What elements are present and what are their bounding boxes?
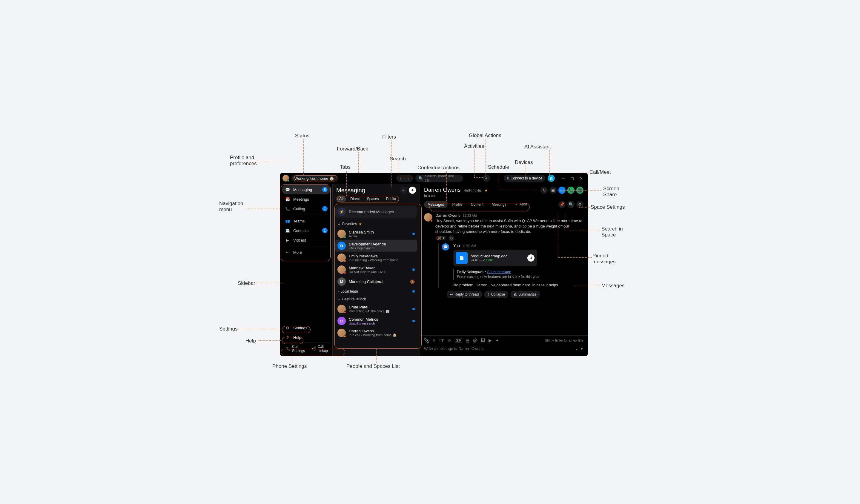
presence-indicator bbox=[287, 179, 289, 182]
profile-avatar[interactable] bbox=[283, 175, 289, 182]
nav-more[interactable]: ⋯More bbox=[282, 247, 331, 257]
compose-hint: Shift + Enter for a new line bbox=[545, 339, 584, 342]
help-item[interactable]: ?Help bbox=[282, 333, 331, 342]
summarize-button[interactable]: ◐ Summarize bbox=[511, 291, 540, 298]
chevron-down-icon: ⌄ bbox=[338, 222, 341, 226]
reaction[interactable]: 🎉1 bbox=[435, 236, 446, 240]
star-icon: ★ bbox=[359, 222, 362, 226]
pickup-icon: 📲 bbox=[312, 347, 316, 351]
avatar bbox=[338, 254, 346, 262]
message-list: Darren Owens11:23 AM Hey Sonali, would y… bbox=[420, 211, 588, 335]
refresh-icon: ↻ bbox=[543, 188, 546, 192]
tab-messages[interactable]: Messages bbox=[424, 201, 448, 208]
reply-thread-button[interactable]: ↩ Reply to thread bbox=[447, 291, 482, 298]
space-settings-button[interactable]: ⚙ bbox=[576, 201, 584, 208]
pinned-button[interactable]: 📌 bbox=[558, 201, 565, 208]
nav-meetings[interactable]: 📅Meetings bbox=[282, 195, 331, 204]
collapse-button[interactable]: ⤴ Collapse bbox=[484, 291, 508, 298]
message: Darren Owens11:23 AM Hey Sonali, would y… bbox=[424, 213, 584, 298]
global-add-button[interactable]: ＋ bbox=[483, 175, 490, 182]
cal-icon: 📅 bbox=[285, 197, 290, 202]
tab-profile[interactable]: Profile bbox=[449, 201, 466, 208]
format-icon[interactable]: Tᴛ bbox=[439, 338, 444, 343]
localteam-section[interactable]: ›Local team bbox=[335, 288, 417, 295]
favorite-star-icon[interactable]: ★ bbox=[484, 188, 488, 192]
audio-call-button[interactable]: 📞 bbox=[567, 187, 575, 194]
mention-icon[interactable]: @ bbox=[473, 338, 477, 343]
call-settings-button[interactable]: 📞Call Settings bbox=[284, 344, 307, 354]
space-item[interactable]: MMarketing Collateral🔕 bbox=[335, 276, 417, 288]
space-item[interactable]: CCommon MetricsUsability research bbox=[335, 315, 417, 327]
tab-meetings[interactable]: Meetings bbox=[488, 201, 510, 208]
file-icon: 📄 bbox=[456, 252, 468, 264]
gif-icon[interactable]: GIF bbox=[455, 339, 462, 343]
space-item[interactable]: Matthew BakerDo Not Disturb until 16:00 bbox=[335, 264, 417, 276]
goto-message-link[interactable]: Go to message bbox=[487, 270, 511, 274]
sticker-icon[interactable]: ▤ bbox=[465, 338, 470, 343]
list-tabs: AllDirectSpacesPublic bbox=[333, 196, 419, 204]
new-message-button[interactable]: ＋ bbox=[409, 187, 416, 194]
space-item[interactable]: Emily NakagawaIn a meeting • Working fro… bbox=[335, 252, 417, 264]
mute-icon: 🔕 bbox=[410, 279, 415, 284]
composer: 📎 ⎚ Tᴛ ☺ GIF ▤ @ 🖼 ▶ ✦ Shift + Enter for… bbox=[420, 335, 588, 356]
space-item[interactable]: Umar PatelPresenting • At the office 🏢 bbox=[335, 303, 417, 315]
chat-icon: 💬 bbox=[285, 188, 290, 192]
favorites-section[interactable]: ⌄Favorites★ bbox=[335, 220, 417, 228]
featurelaunch-section[interactable]: ⌄Feature launch bbox=[335, 295, 417, 303]
avatar bbox=[338, 265, 346, 274]
sender-avatar[interactable] bbox=[424, 213, 432, 221]
phone-gear-icon: 📞 bbox=[286, 347, 290, 351]
tab-spaces[interactable]: Spaces bbox=[364, 196, 382, 202]
devices-button[interactable]: ⎚ Connect to a device bbox=[504, 175, 545, 182]
nav-contacts[interactable]: 📇Contacts1 bbox=[282, 226, 331, 235]
conversation-status: In a call bbox=[424, 194, 584, 198]
schedule-button[interactable]: ↻ bbox=[541, 187, 548, 194]
search-in-space-button[interactable]: 🔍 bbox=[567, 201, 575, 208]
forward-button[interactable]: › bbox=[405, 175, 413, 182]
minimize-button[interactable]: ─ bbox=[559, 175, 567, 182]
space-item[interactable]: Darren OwensIn a call • Working from hom… bbox=[335, 327, 417, 339]
ai-assistant-button[interactable]: ◐ bbox=[548, 175, 555, 182]
nav-calling[interactable]: 📞Calling1 bbox=[282, 204, 331, 214]
recommended-messages[interactable]: ⚡ Recommended Messages bbox=[335, 206, 417, 218]
space-item[interactable]: DDevelopment AgendaENG Deployment bbox=[335, 240, 417, 252]
sparkle-icon[interactable]: ✦ bbox=[496, 338, 499, 343]
tab-direct[interactable]: Direct bbox=[347, 196, 362, 202]
status-pill[interactable]: Working from home 🏠 bbox=[291, 175, 337, 182]
activities-button[interactable]: ▣ bbox=[549, 187, 557, 194]
image-icon[interactable]: 🖼 bbox=[481, 338, 485, 343]
expand-icon[interactable]: ⌄ bbox=[575, 346, 578, 351]
tab-all[interactable]: All bbox=[336, 196, 346, 202]
add-reaction-button[interactable]: ☺ bbox=[448, 235, 455, 241]
tab-apps[interactable]: ＋Apps bbox=[511, 200, 531, 208]
close-button[interactable]: ✕ bbox=[577, 175, 585, 182]
message-time: 11:23 AM bbox=[463, 214, 476, 217]
tab-public[interactable]: Public bbox=[383, 196, 399, 202]
unread-dot bbox=[412, 269, 415, 271]
search-box[interactable]: 🔍 Search, meet, and call bbox=[415, 175, 463, 182]
nav-teams[interactable]: 👥Teams bbox=[282, 216, 331, 226]
video-icon[interactable]: ▶ bbox=[489, 338, 492, 343]
compose-input[interactable] bbox=[424, 345, 573, 352]
you-avatar: 💬 bbox=[442, 243, 449, 250]
tab-content[interactable]: Content bbox=[467, 201, 487, 208]
screenshot-icon[interactable]: ⎚ bbox=[433, 338, 435, 343]
list-title: Messaging bbox=[336, 187, 365, 194]
screenshare-button[interactable]: ▭ bbox=[558, 187, 565, 194]
emoji-icon[interactable]: ☺ bbox=[447, 338, 452, 343]
attach-icon[interactable]: 📎 bbox=[424, 338, 429, 343]
conversation-tabs: Messages Profile Content Meetings ＋Apps … bbox=[420, 200, 588, 211]
call-pickup-button[interactable]: 📲Call pickup bbox=[309, 344, 330, 354]
file-attachment[interactable]: 📄 product-roadmap.doc 24 KB • ✓ Safe ⬇ bbox=[453, 250, 537, 266]
filter-button[interactable]: ≡ bbox=[400, 187, 407, 194]
window-controls: ─ ▢ ✕ bbox=[559, 175, 585, 182]
space-item[interactable]: Clarissa SmithActive bbox=[335, 228, 417, 240]
square-icon: ▣ bbox=[551, 188, 555, 192]
nav-messaging[interactable]: 💬Messaging5 bbox=[282, 185, 331, 195]
maximize-button[interactable]: ▢ bbox=[568, 175, 576, 182]
nav-vidcast[interactable]: ▶Vidcast bbox=[282, 235, 331, 245]
settings-item[interactable]: ⚙Settings bbox=[282, 323, 331, 333]
send-icon[interactable]: ➤ bbox=[580, 346, 584, 351]
download-button[interactable]: ⬇ bbox=[527, 255, 534, 261]
back-button[interactable]: ‹ bbox=[396, 175, 405, 182]
